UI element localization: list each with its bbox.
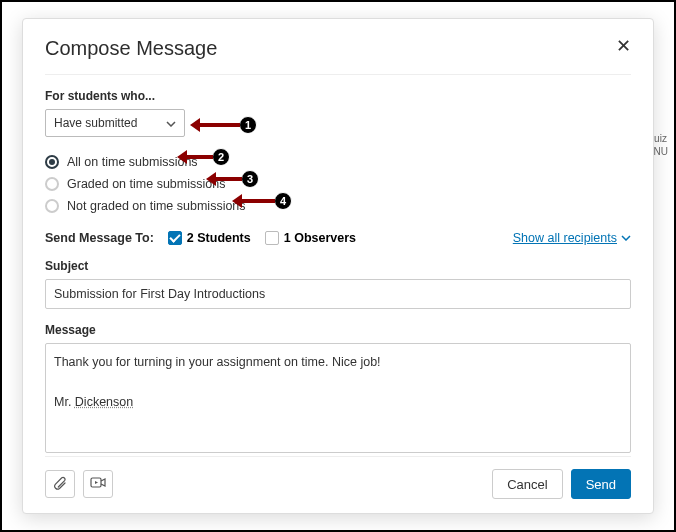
chevron-down-icon: [621, 235, 631, 241]
modal-title: Compose Message: [45, 37, 217, 60]
radio-icon: [45, 199, 59, 213]
students-checkbox[interactable]: 2 Students: [168, 231, 251, 245]
message-line1: Thank you for turning in your assignment…: [54, 355, 381, 369]
message-textarea[interactable]: Thank you for turning in your assignment…: [45, 343, 631, 453]
send-to-row: Send Message To: 2 Students 1 Observers …: [45, 231, 631, 245]
submission-filter-radios: All on time submissions Graded on time s…: [45, 151, 631, 217]
radio-label: Not graded on time submissions: [67, 199, 246, 213]
subject-label: Subject: [45, 259, 631, 273]
media-button[interactable]: [83, 470, 113, 498]
radio-icon: [45, 155, 59, 169]
paperclip-icon: [53, 476, 67, 492]
radio-all-on-time[interactable]: All on time submissions: [45, 151, 631, 173]
filter-label: For students who...: [45, 89, 631, 103]
send-button[interactable]: Send: [571, 469, 631, 499]
modal-header: Compose Message ✕: [45, 37, 631, 75]
compose-message-modal: Compose Message ✕ For students who... Ha…: [22, 18, 654, 514]
close-icon: ✕: [616, 36, 631, 56]
filter-select[interactable]: Have submitted: [45, 109, 185, 137]
filter-select-value: Have submitted: [54, 116, 137, 130]
radio-not-graded-on-time[interactable]: Not graded on time submissions: [45, 195, 631, 217]
send-to-label: Send Message To:: [45, 231, 154, 245]
chevron-down-icon: [166, 116, 176, 130]
close-button[interactable]: ✕: [616, 37, 631, 55]
subject-input[interactable]: [45, 279, 631, 309]
cancel-button[interactable]: Cancel: [492, 469, 562, 499]
message-signoff-prefix: Mr.: [54, 395, 75, 409]
modal-footer: Cancel Send: [45, 456, 631, 499]
radio-label: Graded on time submissions: [67, 177, 225, 191]
checkbox-icon: [168, 231, 182, 245]
observers-count: 1 Observers: [284, 231, 356, 245]
radio-graded-on-time[interactable]: Graded on time submissions: [45, 173, 631, 195]
students-count: 2 Students: [187, 231, 251, 245]
observers-checkbox[interactable]: 1 Observers: [265, 231, 356, 245]
radio-icon: [45, 177, 59, 191]
message-label: Message: [45, 323, 631, 337]
attachment-button[interactable]: [45, 470, 75, 498]
message-signoff-name: Dickenson: [75, 395, 133, 409]
media-comment-icon: [90, 477, 106, 491]
checkbox-icon: [265, 231, 279, 245]
radio-label: All on time submissions: [67, 155, 198, 169]
show-all-recipients-link[interactable]: Show all recipients: [513, 231, 631, 245]
